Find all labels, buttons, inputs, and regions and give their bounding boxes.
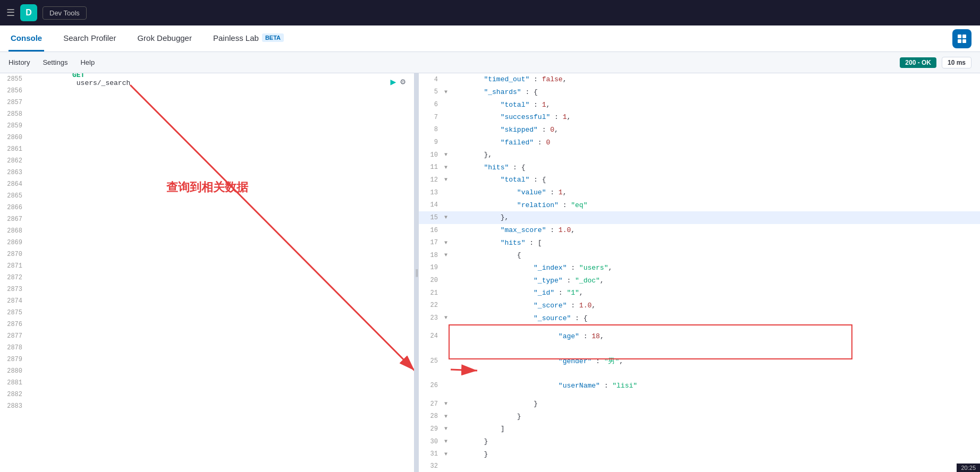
- top-bar: ☰ D Dev Tools: [0, 0, 980, 25]
- history-button[interactable]: History: [9, 58, 30, 66]
- svg-rect-1: [962, 35, 966, 38]
- tab-console[interactable]: Console: [9, 25, 44, 52]
- editor-line: 2864: [0, 178, 414, 190]
- line-number: 2882: [4, 391, 31, 398]
- editor-line: 2879: [0, 354, 414, 365]
- nav-tabs: Console Search Profiler Grok Debugger Pa…: [0, 25, 980, 52]
- settings-button[interactable]: Settings: [43, 58, 67, 66]
- editor-line: 2878: [0, 342, 414, 354]
- time-badge: 10 ms: [942, 57, 971, 68]
- logo-badge: D: [20, 4, 37, 21]
- line-number: 2871: [4, 262, 31, 270]
- line-number: 2877: [4, 332, 31, 340]
- taskbar-time: 20:25: [957, 464, 980, 472]
- left-panel: 2855 GET users/_search ▶ ⚙ 2856 2857 285…: [0, 73, 415, 472]
- editor-line: 2882: [0, 389, 414, 400]
- status-area: 200 - OK 10 ms: [900, 57, 971, 68]
- line-number: 2859: [4, 122, 31, 130]
- response-line: 24 "age" : 18,: [419, 324, 980, 348]
- hamburger-icon[interactable]: ☰: [6, 7, 15, 19]
- sub-header: History Settings Help 200 - OK 10 ms: [0, 52, 980, 73]
- editor-line: 2861: [0, 143, 414, 155]
- line-number: 2865: [4, 192, 31, 200]
- tools-button[interactable]: ⚙: [400, 76, 405, 87]
- editor-line: 2862: [0, 155, 414, 167]
- response-line: 32: [419, 460, 980, 472]
- response-line: 23 ▼ "_source" : {: [419, 312, 980, 324]
- line-number: 2874: [4, 297, 31, 305]
- editor-line: 2868: [0, 225, 414, 237]
- line-number: 2858: [4, 110, 31, 118]
- tab-painless-lab[interactable]: Painless Lab BETA: [211, 25, 286, 52]
- main-content: 2855 GET users/_search ▶ ⚙ 2856 2857 285…: [0, 73, 980, 472]
- line-number: 2861: [4, 145, 31, 153]
- right-panel: 4 "timed_out" : false, 5 ▼ "_shards" : {…: [419, 73, 980, 472]
- response-line: 9 "failed" : 0: [419, 136, 980, 149]
- editor-line: 2858: [0, 108, 414, 120]
- response-line: 25 "gender" : "男",: [419, 348, 980, 374]
- dev-tools-button[interactable]: Dev Tools: [43, 6, 87, 20]
- editor-line: 2880: [0, 365, 414, 377]
- run-button[interactable]: ▶: [391, 76, 396, 88]
- line-number: 2863: [4, 169, 31, 176]
- line-number: 2870: [4, 251, 31, 258]
- line-number: 2855: [4, 75, 31, 83]
- panel-divider[interactable]: ║: [415, 73, 419, 472]
- svg-rect-2: [958, 39, 961, 43]
- help-button[interactable]: Help: [80, 58, 95, 66]
- editor-line: 2867: [0, 213, 414, 225]
- line-number: 2879: [4, 356, 31, 363]
- editor-line: 2873: [0, 284, 414, 295]
- line-number: 2866: [4, 204, 31, 211]
- editor-line: 2863: [0, 167, 414, 178]
- editor-line: 2874: [0, 295, 414, 307]
- editor-line: 2881: [0, 377, 414, 389]
- editor-line: 2866: [0, 202, 414, 213]
- status-ok-badge: 200 - OK: [900, 57, 936, 68]
- line-number: 2875: [4, 309, 31, 316]
- editor-line: 2877: [0, 330, 414, 342]
- editor-line: 2870: [0, 248, 414, 260]
- line-number: 2883: [4, 402, 31, 410]
- line-number: 2873: [4, 286, 31, 293]
- beta-badge: BETA: [262, 33, 284, 42]
- line-number: 2860: [4, 134, 31, 141]
- line-number: 2881: [4, 379, 31, 387]
- editor-line: 2875: [0, 307, 414, 319]
- line-number: 2857: [4, 99, 31, 106]
- line-number: 2862: [4, 157, 31, 165]
- grid-icon: [957, 33, 967, 44]
- editor-line: 2876: [0, 319, 414, 330]
- line-number: 2880: [4, 367, 31, 375]
- editor-line: 2871: [0, 260, 414, 272]
- line-number: 2867: [4, 216, 31, 223]
- line-number: 2868: [4, 227, 31, 235]
- line-number: 2872: [4, 274, 31, 281]
- editor-area[interactable]: 2855 GET users/_search ▶ ⚙ 2856 2857 285…: [0, 73, 414, 472]
- editor-line: 2856: [0, 85, 414, 97]
- response-line: 29 ▼ ]: [419, 423, 980, 435]
- app-icon-button[interactable]: [952, 29, 971, 48]
- editor-line: 2857: [0, 97, 414, 108]
- response-line: 30 ▼ }: [419, 435, 980, 448]
- svg-rect-3: [962, 39, 966, 43]
- editor-toolbar: ▶ ⚙: [391, 73, 405, 88]
- tab-search-profiler[interactable]: Search Profiler: [61, 25, 118, 52]
- line-number: 2864: [4, 181, 31, 188]
- editor-line: 2865: [0, 190, 414, 202]
- editor-line: 2869: [0, 237, 414, 248]
- line-number: 2878: [4, 344, 31, 351]
- line-number: 2869: [4, 239, 31, 246]
- editor-line: 2883: [0, 400, 414, 412]
- line-number: 2876: [4, 321, 31, 328]
- editor-line: 2855 GET users/_search ▶ ⚙: [0, 73, 414, 85]
- response-line: 31 ▼ }: [419, 448, 980, 460]
- nav-right: [952, 29, 971, 48]
- editor-line: 2859: [0, 120, 414, 132]
- editor-line: 2872: [0, 272, 414, 284]
- editor-line: 2860: [0, 132, 414, 143]
- svg-rect-0: [958, 35, 961, 38]
- method-label: GET: [72, 73, 85, 79]
- tab-grok-debugger[interactable]: Grok Debugger: [135, 25, 194, 52]
- line-number: 2856: [4, 87, 31, 95]
